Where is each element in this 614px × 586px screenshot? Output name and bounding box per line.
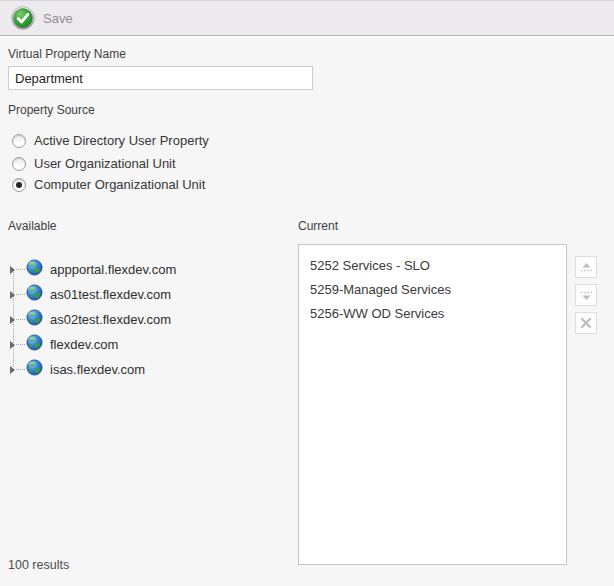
tree-item-label: isas.flexdev.com (50, 362, 145, 377)
tree-item-domain[interactable]: appportal.flexdev.com (8, 257, 278, 282)
expand-arrow-icon[interactable] (10, 266, 15, 274)
radio-active-directory-user-property[interactable]: Active Directory User Property (12, 133, 209, 148)
globe-icon (26, 284, 43, 305)
available-tree: appportal.flexdev.com as01test.flexdev.c… (8, 257, 278, 382)
tree-item-domain[interactable]: as02test.flexdev.com (8, 307, 278, 332)
results-count: 100 results (8, 558, 69, 572)
save-check-icon (11, 6, 35, 30)
property-source-label: Property Source (8, 103, 95, 117)
remove-button[interactable] (575, 312, 597, 334)
tree-item-label: flexdev.com (50, 337, 118, 352)
radio-computer-organizational-unit[interactable]: Computer Organizational Unit (12, 177, 205, 192)
current-listbox[interactable]: 5252 Services - SLO 5259-Managed Service… (298, 244, 567, 565)
save-button[interactable]: Save (0, 1, 87, 35)
x-icon (580, 317, 592, 329)
move-down-button[interactable] (575, 284, 597, 306)
radio-label: User Organizational Unit (34, 156, 176, 171)
current-label: Current (298, 219, 338, 233)
expand-arrow-icon[interactable] (10, 366, 15, 374)
radio-label: Active Directory User Property (34, 133, 209, 148)
virtual-property-editor: Save Virtual Property Name Property Sour… (0, 0, 614, 586)
virtual-property-name-input[interactable] (8, 66, 313, 90)
globe-icon (26, 259, 43, 280)
radio-label: Computer Organizational Unit (34, 177, 205, 192)
tree-item-label: appportal.flexdev.com (50, 262, 176, 277)
tree-item-domain[interactable]: isas.flexdev.com (8, 357, 278, 382)
tree-item-domain[interactable]: flexdev.com (8, 332, 278, 357)
toolbar: Save (0, 0, 614, 36)
list-item[interactable]: 5259-Managed Services (299, 278, 566, 302)
expand-arrow-icon[interactable] (10, 291, 15, 299)
save-button-label: Save (43, 11, 73, 26)
tree-item-domain[interactable]: as01test.flexdev.com (8, 282, 278, 307)
tree-item-label: as02test.flexdev.com (50, 312, 171, 327)
move-up-button[interactable] (575, 256, 597, 278)
expand-arrow-icon[interactable] (10, 341, 15, 349)
radio-icon[interactable] (12, 178, 26, 192)
globe-icon (26, 359, 43, 380)
virtual-property-name-label: Virtual Property Name (8, 47, 126, 61)
globe-icon (26, 334, 43, 355)
available-label: Available (8, 219, 56, 233)
radio-icon[interactable] (12, 134, 26, 148)
list-item[interactable]: 5252 Services - SLO (299, 254, 566, 278)
list-item[interactable]: 5256-WW OD Services (299, 302, 566, 326)
tree-item-label: as01test.flexdev.com (50, 287, 171, 302)
down-arrow-icon (579, 290, 594, 301)
up-arrow-icon (579, 262, 594, 273)
radio-icon[interactable] (12, 157, 26, 171)
expand-arrow-icon[interactable] (10, 316, 15, 324)
radio-user-organizational-unit[interactable]: User Organizational Unit (12, 156, 176, 171)
globe-icon (26, 309, 43, 330)
